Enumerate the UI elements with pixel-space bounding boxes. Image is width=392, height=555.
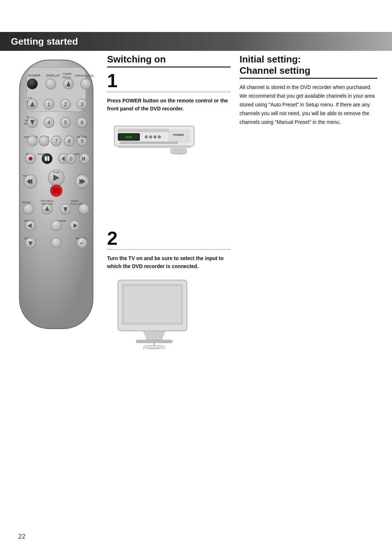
remote-control-illustration: POWER DISPLAY TIMER PROG. OPEN/CLOSE CH …	[13, 56, 100, 332]
svg-text:▼: ▼	[26, 116, 29, 119]
svg-point-49	[42, 154, 52, 164]
svg-rect-112	[120, 142, 178, 144]
step1-dots	[107, 92, 230, 92]
svg-text:3: 3	[81, 101, 83, 107]
svg-point-81	[24, 204, 34, 214]
svg-text:CH: CH	[28, 96, 32, 100]
step2-dots	[107, 249, 230, 250]
svg-rect-54	[64, 157, 65, 161]
svg-rect-58	[82, 157, 83, 161]
step2-text: Turn the TV on and be sure to select the…	[107, 254, 230, 271]
svg-text:STOP: STOP	[53, 191, 60, 194]
svg-text:PLAY: PLAY	[53, 171, 60, 174]
svg-text:POWER: POWER	[173, 133, 184, 137]
svg-point-36	[39, 136, 49, 146]
svg-text:OPEN/CLOSE: OPEN/CLOSE	[75, 74, 94, 77]
svg-text:1: 1	[48, 101, 50, 107]
svg-point-106	[145, 135, 148, 138]
svg-text:6: 6	[81, 119, 83, 125]
svg-text:POWER: POWER	[149, 348, 160, 349]
svg-point-91	[51, 220, 61, 231]
tv-illustration: POWER	[107, 276, 230, 351]
svg-rect-115	[171, 149, 187, 154]
step1-block: 1 Press POWER button on the remote contr…	[107, 71, 230, 160]
svg-marker-119	[143, 331, 165, 340]
svg-rect-102	[118, 129, 169, 132]
switching-on-section: Switching on 1 Press POWER button on the…	[107, 54, 230, 160]
svg-point-34	[27, 136, 37, 146]
svg-text:POWER: POWER	[28, 74, 41, 77]
svg-text:PROG.: PROG.	[62, 76, 72, 79]
svg-rect-120	[136, 340, 172, 343]
svg-text:0: 0	[70, 156, 73, 162]
svg-point-107	[149, 135, 152, 138]
svg-text:CM SKIP: CM SKIP	[77, 136, 87, 139]
svg-rect-113	[118, 146, 191, 148]
initial-setting-section: Initial setting:Channel setting All chan…	[240, 54, 377, 126]
page-number: 22	[18, 533, 25, 540]
svg-rect-50	[45, 157, 47, 161]
svg-text:DISPLAY: DISPLAY	[46, 74, 60, 77]
svg-text:↵: ↵	[80, 240, 84, 246]
initial-setting-title: Initial setting:Channel setting	[240, 54, 377, 79]
header-bar: Getting started	[0, 32, 392, 51]
svg-point-98	[51, 238, 61, 248]
step1-number: 1	[107, 71, 230, 90]
header-title: Getting started	[11, 36, 78, 47]
svg-text:MENU: MENU	[71, 200, 79, 203]
dvd-recorder-illustration: 00:00 POWER POWER	[107, 119, 230, 160]
initial-setting-text: All channel is stored in the DVD recorde…	[240, 83, 377, 126]
step1-text: Press POWER button on the remote control…	[107, 97, 230, 113]
svg-text:5: 5	[64, 119, 67, 125]
svg-text:9: 9	[81, 138, 83, 144]
svg-point-109	[158, 135, 161, 138]
svg-text:00:00: 00:00	[126, 136, 132, 138]
switching-on-title: Switching on	[107, 54, 230, 68]
svg-text:2: 2	[64, 101, 67, 107]
svg-text:TIMER: TIMER	[62, 72, 72, 76]
svg-rect-118	[124, 286, 181, 323]
svg-point-8	[46, 79, 56, 89]
svg-point-108	[154, 135, 156, 138]
svg-point-7	[27, 79, 37, 89]
svg-rect-51	[48, 157, 49, 161]
svg-text:TOP MENU: TOP MENU	[40, 200, 54, 203]
step2-block: 2 Turn the TV on and be sure to select t…	[107, 225, 230, 351]
remote-svg: POWER DISPLAY TIMER PROG. OPEN/CLOSE CH …	[13, 56, 100, 332]
step2-number: 2	[107, 229, 230, 248]
svg-text:8: 8	[68, 138, 71, 144]
svg-point-11	[81, 79, 91, 89]
svg-point-86	[79, 204, 89, 214]
svg-point-48	[29, 157, 32, 161]
svg-text:7: 7	[55, 138, 58, 144]
svg-text:4: 4	[48, 119, 50, 125]
